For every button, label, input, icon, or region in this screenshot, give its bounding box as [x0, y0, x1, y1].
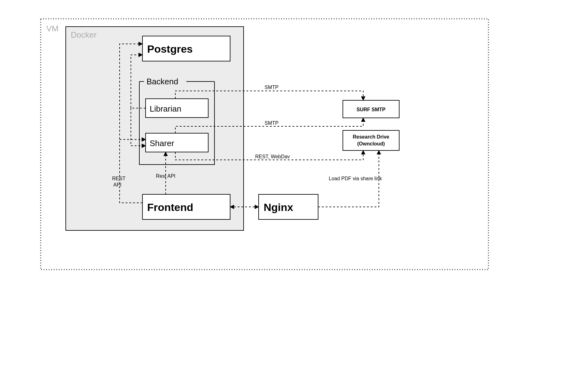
research-drive-node: [343, 130, 399, 150]
research-drive-label-2: (Owncloud): [357, 141, 385, 146]
nginx-label: Nginx: [264, 201, 293, 213]
surf-smtp-label: SURF SMTP: [357, 107, 386, 112]
edge-rest-api-1: REST: [112, 176, 126, 181]
backend-title: Backend: [147, 77, 178, 86]
docker-title: Docker: [71, 30, 97, 39]
frontend-label: Frontend: [147, 201, 193, 213]
architecture-diagram: VM Docker Backend Postgres Librarian Sha…: [0, 0, 588, 389]
edge-smtp1-label: SMTP: [265, 85, 278, 90]
edge-load-pdf-label: Load PDF via share link: [329, 176, 382, 181]
edge-rest-webdav-label: REST, WebDav: [255, 154, 290, 159]
edge-smtp2-label: SMTP: [265, 120, 278, 126]
edge-rest-api2-label: Rest API: [156, 173, 175, 179]
sharer-label: Sharer: [150, 139, 174, 148]
librarian-label: Librarian: [150, 104, 181, 113]
research-drive-label-1: Research Drive: [353, 134, 389, 139]
vm-title: VM: [46, 24, 59, 33]
postgres-label: Postgres: [147, 43, 193, 55]
edge-rest-api-2: API: [113, 182, 121, 187]
